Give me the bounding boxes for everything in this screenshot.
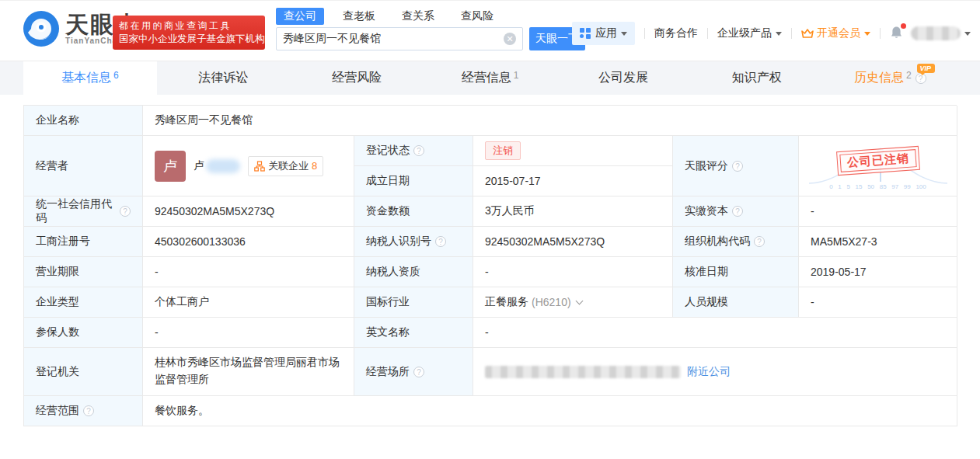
grid-apps-icon (580, 28, 591, 39)
apps-menu-button[interactable]: 应用 (572, 22, 635, 45)
help-icon[interactable]: ? (83, 405, 94, 416)
censored-operator-name (206, 159, 240, 173)
chevron-down-icon (864, 32, 870, 36)
search-tabs: 查公司 查老板 查关系 查风险 (276, 7, 585, 26)
search-tab-relation[interactable]: 查关系 (394, 8, 442, 25)
field-value-paid-capital: - (799, 196, 957, 227)
nav-enterprise-products[interactable]: 企业级产品 (717, 26, 782, 40)
field-label-org-code: 组织机构代码 ? (673, 227, 799, 257)
divider (880, 28, 881, 39)
censored-username[interactable] (911, 26, 961, 40)
field-value-business-term: - (143, 257, 354, 287)
field-label-establish-date: 成立日期 (354, 166, 473, 196)
field-value-capital: 3万人民币 (473, 196, 673, 227)
field-label-reg-number: 工商注册号 (24, 227, 143, 257)
industry-code: (H6210) (532, 296, 571, 308)
company-info-table: 企业名称 秀峰区周一不见餐馆 经营者 卢 卢 关联企业 8 登记状态 ? 注销 … (23, 105, 957, 426)
search-tab-boss[interactable]: 查老板 (335, 8, 383, 25)
field-label-approval-date: 核准日期 (673, 257, 799, 287)
tab-company-development[interactable]: 公司发展 (556, 61, 690, 95)
score-gauge-cell: 0 1 5 15 50 85 97 99 100 公司已注销 (799, 136, 957, 196)
field-value-taxpayer-id: 92450302MA5M5X273Q (473, 227, 673, 257)
help-icon[interactable]: ? (435, 236, 446, 247)
tab-operating-info[interactable]: 经营信息1 (424, 61, 557, 95)
status-badge-cancelled: 注销 (485, 141, 521, 160)
divider (707, 28, 708, 39)
field-label-company-name: 企业名称 (24, 106, 143, 136)
search-box: ✕ (276, 27, 523, 50)
operator-avatar[interactable]: 卢 (155, 151, 186, 182)
divider (791, 28, 792, 39)
tab-legal-proceedings[interactable]: 法律诉讼 (157, 61, 291, 95)
field-label-taxpayer-qualification: 纳税人资质 (354, 257, 473, 287)
field-value-staff-size: - (799, 287, 957, 318)
tab-operating-risk[interactable]: 经营风险 (290, 61, 424, 95)
crown-icon (801, 29, 814, 39)
field-value-registry: 桂林市秀峰区市场监督管理局丽君市场监督管理所 (143, 348, 354, 396)
org-chart-icon (254, 161, 265, 172)
help-icon[interactable]: ? (120, 206, 131, 217)
score-gauge-ticks: 0 1 5 15 50 85 97 99 100 (799, 183, 957, 190)
help-icon[interactable]: ? (732, 161, 743, 172)
field-label-company-type: 企业类型 (24, 287, 143, 318)
field-label-staff-size: 人员规模 (673, 287, 799, 318)
field-label-taxpayer-id: 纳税人识别号 ? (354, 227, 473, 257)
field-label-score: 天眼评分 ? (673, 136, 799, 196)
field-label-registry: 登记机关 (24, 348, 143, 396)
slogan-line1: 都在用的商业查询工具 (119, 19, 259, 33)
section-tab-strip: 基本信息6 法律诉讼 经营风险 经营信息1 公司发展 知识产权 VIP 历史信息… (0, 61, 980, 95)
search-area: 查公司 查老板 查关系 查风险 ✕ 天眼一下 (276, 7, 585, 50)
operator-name[interactable]: 卢 (194, 159, 204, 173)
top-nav: 应用 商务合作 企业级产品 开通会员 (572, 22, 971, 45)
help-icon[interactable]: ? (732, 206, 743, 217)
search-tab-company[interactable]: 查公司 (276, 8, 324, 25)
field-value-premises: 附近公司 (473, 348, 957, 396)
field-value-industry: 正餐服务 (H6210) (473, 287, 673, 318)
field-label-capital: 资金数额 (354, 196, 473, 227)
field-label-industry: 国标行业 (354, 287, 473, 318)
help-icon[interactable]: ? (413, 367, 424, 377)
field-label-credit-code: 统一社会信用代码 ? (24, 196, 143, 227)
slogan-line2: 国家中小企业发展子基金旗下机构 (119, 33, 259, 46)
field-value-company-name: 秀峰区周一不见餐馆 (143, 106, 957, 136)
field-label-business-term: 营业期限 (24, 257, 143, 287)
field-label-reg-status: 登记状态 ? (354, 136, 473, 166)
field-value-taxpayer-qualification: - (473, 257, 673, 287)
field-value-credit-code: 92450302MA5M5X273Q (143, 196, 354, 227)
nav-open-membership[interactable]: 开通会员 (801, 26, 870, 40)
apps-label: 应用 (595, 26, 617, 40)
field-value-reg-status: 注销 (473, 136, 673, 166)
field-label-premises: 经营场所 ? (354, 348, 473, 396)
vip-badge: VIP (917, 64, 936, 73)
field-value-business-scope: 餐饮服务。 (143, 396, 957, 426)
field-value-establish-date: 2015-07-17 (473, 166, 673, 196)
notification-dot (901, 23, 906, 29)
search-input[interactable] (283, 33, 504, 45)
field-value-insured-count: - (143, 318, 354, 348)
nearby-companies-link[interactable]: 附近公司 (687, 365, 731, 379)
field-value-org-code: MA5M5X27-3 (799, 227, 957, 257)
field-value-company-type: 个体工商户 (143, 287, 354, 318)
help-icon[interactable]: ? (754, 236, 765, 247)
chevron-down-icon[interactable] (575, 297, 583, 305)
field-label-paid-capital: 实缴资本 ? (673, 196, 799, 227)
tab-intellectual-property[interactable]: 知识产权 (690, 61, 824, 95)
field-label-insured-count: 参保人数 (24, 318, 143, 348)
slogan-banner: 都在用的商业查询工具 国家中小企业发展子基金旗下机构 (113, 16, 265, 50)
field-value-reg-number: 450302600133036 (143, 227, 354, 257)
field-label-operator: 经营者 (24, 136, 143, 196)
divider (644, 28, 645, 39)
search-tab-risk[interactable]: 查风险 (453, 8, 501, 25)
tab-basic-info[interactable]: 基本信息6 (23, 61, 157, 95)
page-header: 天眼查 TianYanCha.com 都在用的商业查询工具 国家中小企业发展子基… (0, 0, 980, 61)
clear-search-icon[interactable]: ✕ (504, 33, 516, 45)
help-icon[interactable]: ? (413, 145, 424, 156)
nav-business-cooperation[interactable]: 商务合作 (654, 26, 698, 40)
tianyancha-logo-icon (23, 11, 59, 47)
chevron-down-icon (776, 32, 782, 36)
tab-history-info[interactable]: VIP 历史信息2 ? (823, 61, 957, 95)
notification-bell-icon[interactable] (890, 26, 903, 42)
chevron-down-icon (964, 32, 971, 36)
field-label-business-scope: 经营范围 ? (24, 396, 143, 426)
related-companies-badge[interactable]: 关联企业 8 (248, 156, 323, 176)
